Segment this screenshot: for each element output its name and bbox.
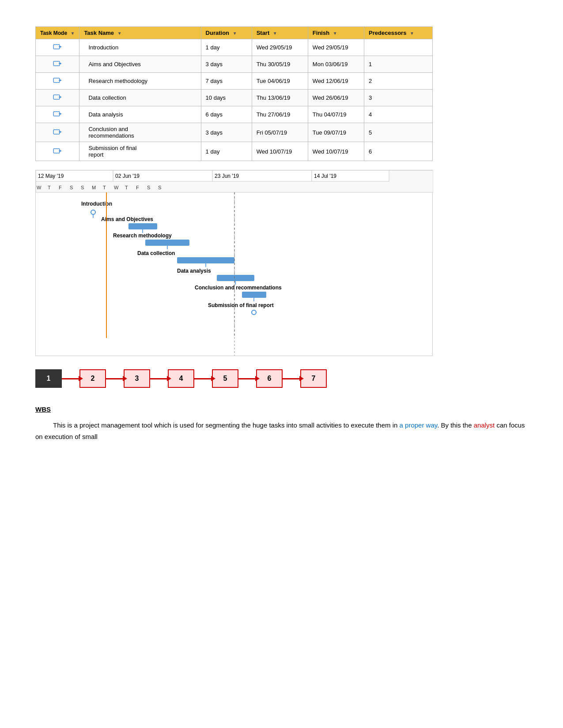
flow-arrow-3-4 bbox=[150, 378, 168, 379]
duration-cell: 1 day bbox=[201, 39, 252, 56]
finish-cell: Wed 10/07/19 bbox=[308, 142, 364, 161]
flow-arrow-5-6 bbox=[238, 378, 256, 379]
duration-cell: 3 days bbox=[201, 56, 252, 73]
flow-box-5: 5 bbox=[212, 369, 238, 388]
start-cell: Thu 30/05/19 bbox=[252, 56, 308, 73]
svg-rect-49 bbox=[217, 275, 254, 281]
col-header-start[interactable]: Start ▼ bbox=[252, 27, 308, 39]
task-name-cell: Data collection bbox=[79, 90, 201, 106]
wbs-title: WBS bbox=[35, 405, 528, 413]
svg-text:23 Jun '19: 23 Jun '19 bbox=[215, 173, 239, 179]
predecessors-cell: 6 bbox=[364, 142, 433, 161]
svg-text:S: S bbox=[158, 185, 161, 190]
svg-text:14 Jul '19: 14 Jul '19 bbox=[314, 173, 336, 179]
wbs-link-analyst[interactable]: analyst bbox=[474, 421, 495, 429]
start-cell: Thu 13/06/19 bbox=[252, 90, 308, 106]
svg-rect-12 bbox=[53, 149, 60, 153]
svg-point-55 bbox=[252, 310, 256, 315]
flow-arrow-6-7 bbox=[283, 378, 300, 379]
task-name-cell: Aims and Objectives bbox=[79, 56, 201, 73]
predecessors-cell: 5 bbox=[364, 123, 433, 142]
col-header-task-mode[interactable]: Task Mode ▼ bbox=[36, 27, 79, 39]
task-mode-cell bbox=[36, 90, 79, 106]
svg-text:T: T bbox=[125, 185, 128, 190]
wbs-section: WBS This is a project management tool wh… bbox=[35, 405, 528, 442]
col-header-task-name[interactable]: Task Name ▼ bbox=[79, 27, 201, 39]
table-row: Submission of finalreport1 dayWed 10/07/… bbox=[36, 142, 433, 161]
wbs-link-proper-way[interactable]: a proper way bbox=[400, 421, 438, 429]
task-mode-icon bbox=[53, 127, 62, 137]
task-mode-icon bbox=[53, 59, 62, 68]
col-header-predecessors[interactable]: Predecessors ▼ bbox=[364, 27, 433, 39]
task-name-cell: Conclusion andrecommendations bbox=[79, 123, 201, 142]
svg-text:Aims and Objectives: Aims and Objectives bbox=[101, 216, 153, 222]
svg-text:S: S bbox=[81, 185, 84, 190]
flow-box-6: 6 bbox=[256, 369, 283, 388]
flow-box-2: 2 bbox=[79, 369, 106, 388]
task-name-cell: Submission of finalreport bbox=[79, 142, 201, 161]
predecessors-cell: 3 bbox=[364, 90, 433, 106]
svg-text:W: W bbox=[37, 185, 42, 190]
predecessors-cell: 1 bbox=[364, 56, 433, 73]
svg-text:S: S bbox=[70, 185, 73, 190]
svg-rect-6 bbox=[53, 95, 60, 99]
svg-rect-2 bbox=[53, 61, 60, 66]
duration-cell: 3 days bbox=[201, 123, 252, 142]
gantt-chart: 12 May '19 02 Jun '19 23 Jun '19 14 Jul … bbox=[35, 170, 433, 356]
flow-arrow-2-3 bbox=[106, 378, 124, 379]
task-mode-cell bbox=[36, 142, 79, 161]
svg-text:F: F bbox=[136, 185, 139, 190]
flow-diagram: 1 2 3 4 5 6 7 bbox=[35, 369, 433, 388]
svg-text:F: F bbox=[59, 185, 62, 190]
svg-text:T: T bbox=[103, 185, 106, 190]
start-cell: Wed 10/07/19 bbox=[252, 142, 308, 161]
duration-cell: 6 days bbox=[201, 106, 252, 123]
task-name-cell: Data analysis bbox=[79, 106, 201, 123]
flow-box-7: 7 bbox=[300, 369, 327, 388]
start-cell: Thu 27/06/19 bbox=[252, 106, 308, 123]
start-cell: Fri 05/07/19 bbox=[252, 123, 308, 142]
finish-cell: Wed 29/05/19 bbox=[308, 39, 364, 56]
svg-text:Submission of final report: Submission of final report bbox=[208, 302, 274, 308]
flow-arrow-1-2 bbox=[62, 378, 79, 379]
task-mode-cell bbox=[36, 39, 79, 56]
table-row: Conclusion andrecommendations3 daysFri 0… bbox=[36, 123, 433, 142]
table-row: Aims and Objectives3 daysThu 30/05/19Mon… bbox=[36, 56, 433, 73]
duration-cell: 10 days bbox=[201, 90, 252, 106]
table-row: Introduction1 dayWed 29/05/19Wed 29/05/1… bbox=[36, 39, 433, 56]
wbs-paragraph: This is a project management tool which … bbox=[35, 420, 528, 442]
col-header-duration[interactable]: Duration ▼ bbox=[201, 27, 252, 39]
col-header-finish[interactable]: Finish ▼ bbox=[308, 27, 364, 39]
duration-cell: 7 days bbox=[201, 73, 252, 90]
flow-box-4: 4 bbox=[168, 369, 194, 388]
task-mode-cell bbox=[36, 123, 79, 142]
gantt-table-section: Task Mode ▼ Task Name ▼ Duration ▼ Start… bbox=[35, 26, 528, 161]
svg-point-37 bbox=[91, 210, 95, 214]
task-mode-icon bbox=[53, 146, 62, 156]
svg-text:Research methodology: Research methodology bbox=[113, 233, 172, 239]
svg-text:Data analysis: Data analysis bbox=[177, 268, 211, 274]
table-row: Data collection10 daysThu 13/06/19Wed 26… bbox=[36, 90, 433, 106]
predecessors-cell: 4 bbox=[364, 106, 433, 123]
gantt-chart-svg: 12 May '19 02 Jun '19 23 Jun '19 14 Jul … bbox=[36, 170, 433, 356]
svg-text:W: W bbox=[114, 185, 119, 190]
svg-text:Introduction: Introduction bbox=[81, 201, 112, 207]
svg-text:12 May '19: 12 May '19 bbox=[38, 173, 64, 179]
start-cell: Tue 04/06/19 bbox=[252, 73, 308, 90]
gantt-table: Task Mode ▼ Task Name ▼ Duration ▼ Start… bbox=[35, 26, 433, 161]
svg-text:S: S bbox=[147, 185, 150, 190]
svg-rect-8 bbox=[53, 112, 60, 116]
svg-text:Data collection: Data collection bbox=[137, 250, 175, 256]
svg-text:T: T bbox=[48, 185, 51, 190]
task-name-cell: Introduction bbox=[79, 39, 201, 56]
task-mode-cell bbox=[36, 73, 79, 90]
task-mode-icon bbox=[53, 109, 62, 119]
task-mode-cell bbox=[36, 56, 79, 73]
svg-rect-0 bbox=[53, 45, 60, 49]
finish-cell: Tue 09/07/19 bbox=[308, 123, 364, 142]
task-mode-icon bbox=[53, 92, 62, 102]
svg-text:Conclusion and recommendations: Conclusion and recommendations bbox=[195, 285, 282, 291]
svg-rect-43 bbox=[145, 240, 189, 246]
svg-rect-10 bbox=[53, 130, 60, 134]
task-name-cell: Research methodology bbox=[79, 73, 201, 90]
